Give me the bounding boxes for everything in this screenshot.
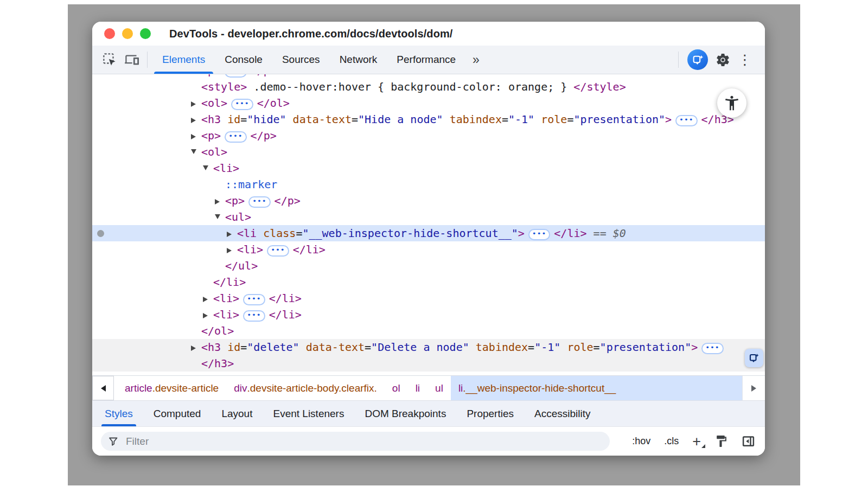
breadcrumb-scroll-right-button[interactable] [742, 376, 765, 400]
style-filter-field[interactable] [101, 432, 610, 451]
dom-tree-row[interactable]: </li> [92, 274, 765, 290]
collapse-arrow-icon[interactable] [215, 209, 225, 225]
expand-arrow-icon[interactable] [191, 372, 201, 375]
expand-arrow-icon[interactable] [191, 339, 201, 355]
token-equals: = [365, 341, 371, 354]
tab-sources[interactable]: Sources [272, 46, 330, 74]
expand-arrow-icon[interactable] [227, 241, 237, 258]
toolbar-divider [147, 52, 148, 68]
dom-tree-row[interactable]: <p>•••</p> [92, 127, 765, 144]
tab-elements[interactable]: Elements [152, 46, 215, 74]
dom-tree-row[interactable]: <h3 id="hide" data-text="Hide a node" ta… [92, 111, 765, 127]
element-classes-button[interactable]: .cls [664, 436, 679, 447]
expand-arrow-icon[interactable] [191, 111, 201, 127]
toggle-device-toolbar-button[interactable] [120, 49, 142, 71]
dom-tree-row[interactable]: <li>•••</li> [92, 241, 765, 258]
dom-tree-row[interactable]: <h3 id="delete" data-text="Delete a node… [92, 339, 765, 355]
dom-tree-row[interactable]: <p>•••</p> [92, 74, 765, 79]
panel-tab-strip: ElementsConsoleSourcesNetworkPerformance [152, 46, 465, 74]
ellipsis-expand-button[interactable]: ••• [528, 229, 550, 240]
dom-tree-row[interactable]: </ul> [92, 258, 765, 274]
token-tag: > [518, 227, 525, 240]
ellipsis-expand-button[interactable]: ••• [243, 310, 265, 322]
tab-accessibility[interactable]: Accessibility [524, 401, 601, 426]
dom-tree-row[interactable]: <li>•••</li> [92, 290, 765, 306]
ai-node-adorner-button[interactable] [745, 349, 763, 367]
dom-tree-row[interactable]: <style> .demo--hover:hover { background-… [92, 79, 765, 95]
expand-arrow-icon[interactable] [191, 74, 201, 79]
more-tabs-button[interactable]: » [465, 53, 487, 67]
toggle-sidebar-button[interactable] [742, 434, 755, 448]
token-space [299, 341, 306, 354]
dom-tree-row[interactable]: <li>•••</li> [92, 306, 765, 323]
new-style-rule-button[interactable]: + [692, 436, 701, 447]
token-attribute-name: id [227, 341, 240, 354]
dom-tree-row[interactable]: <p>•••</p> [92, 193, 765, 209]
breadcrumb-item-ul[interactable]: ul [427, 376, 451, 400]
token-tag: </p> [275, 194, 301, 207]
tab-layout[interactable]: Layout [211, 401, 263, 426]
style-filter-input[interactable] [125, 435, 603, 448]
dom-tree-row[interactable]: <li> [92, 160, 765, 176]
ai-assistance-button[interactable] [687, 49, 708, 70]
minimize-window-button[interactable] [122, 28, 133, 39]
breadcrumb-item-li[interactable]: li [408, 376, 427, 400]
dom-tree-row[interactable]: <ol> [92, 144, 765, 160]
ellipsis-expand-button[interactable]: ••• [225, 74, 246, 78]
dom-tree-row[interactable]: <ul> [92, 209, 765, 225]
expand-arrow-icon[interactable] [215, 193, 225, 209]
token-tag: <style> [201, 80, 247, 93]
collapse-arrow-icon[interactable] [191, 144, 201, 160]
dom-tree-row[interactable]: <p>•••</p> [92, 372, 765, 375]
token-tag: <li> [213, 308, 239, 321]
dom-tree-row[interactable]: <ol>•••</ol> [92, 95, 765, 111]
expand-arrow-icon[interactable] [203, 306, 213, 323]
tab-console[interactable]: Console [215, 46, 272, 74]
settings-button[interactable] [712, 49, 733, 71]
expand-arrow-icon[interactable] [227, 225, 237, 241]
tab-network[interactable]: Network [330, 46, 387, 74]
zoom-window-button[interactable] [140, 28, 151, 39]
tab-styles[interactable]: Styles [94, 401, 143, 426]
token-equals: = [240, 341, 247, 354]
rendering-emulations-button[interactable] [714, 434, 728, 448]
ellipsis-expand-button[interactable]: ••• [248, 196, 270, 208]
breadcrumb-item-li-web-inspector-hide-shortcut-[interactable]: li.__web-inspector-hide-shortcut__ [451, 376, 742, 400]
ellipsis-expand-button[interactable]: ••• [225, 131, 246, 143]
breadcrumb-scroll-left-button[interactable] [92, 376, 114, 400]
tab-computed[interactable]: Computed [143, 401, 212, 426]
expand-arrow-icon[interactable] [191, 95, 201, 111]
tab-event-listeners[interactable]: Event Listeners [263, 401, 354, 426]
ellipsis-expand-button[interactable]: ••• [267, 245, 289, 257]
token-attribute-value: "__web-inspector-hide-shortcut__" [302, 227, 518, 240]
token-equals: = [593, 341, 600, 354]
expand-arrow-icon[interactable] [191, 127, 201, 144]
token-tag: </ol> [201, 324, 234, 337]
token-space [560, 341, 567, 354]
breadcrumb-item-article-devsite-article[interactable]: article.devsite-article [117, 376, 226, 400]
dom-tree-row[interactable]: <li class="__web-inspector-hide-shortcut… [92, 225, 765, 241]
ellipsis-expand-button[interactable]: ••• [243, 294, 265, 305]
breadcrumb-item-div-devsite-article-body-clearfix-[interactable]: div.devsite-article-body.clearfix. [226, 376, 385, 400]
collapse-arrow-icon[interactable] [203, 160, 213, 176]
tab-properties[interactable]: Properties [456, 401, 524, 426]
accessibility-overlay-button[interactable] [717, 88, 746, 118]
inspect-element-button[interactable] [99, 49, 120, 71]
expand-arrow-icon[interactable] [203, 290, 213, 306]
dom-tree-row[interactable]: ::marker [92, 176, 765, 193]
ellipsis-expand-button[interactable]: ••• [231, 99, 253, 110]
token-equals: = [296, 227, 302, 240]
token-tag: </li> [269, 308, 302, 321]
ellipsis-expand-button[interactable]: ••• [701, 343, 723, 354]
token-space [221, 113, 227, 126]
customize-devtools-button[interactable]: ⋮ [733, 53, 756, 67]
breadcrumb-item-ol[interactable]: ol [385, 376, 408, 400]
tab-dom-breakpoints[interactable]: DOM Breakpoints [354, 401, 456, 426]
close-window-button[interactable] [104, 28, 115, 39]
tab-performance[interactable]: Performance [387, 46, 465, 74]
ellipsis-expand-button[interactable]: ••• [675, 115, 697, 126]
dom-tree-row[interactable]: </ol> [92, 323, 765, 339]
screenshot-stage: DevTools - developer.chrome.com/docs/dev… [0, 0, 868, 499]
dom-tree-row[interactable]: </h3> [92, 355, 765, 372]
toggle-element-state-button[interactable]: :hov [632, 436, 650, 447]
